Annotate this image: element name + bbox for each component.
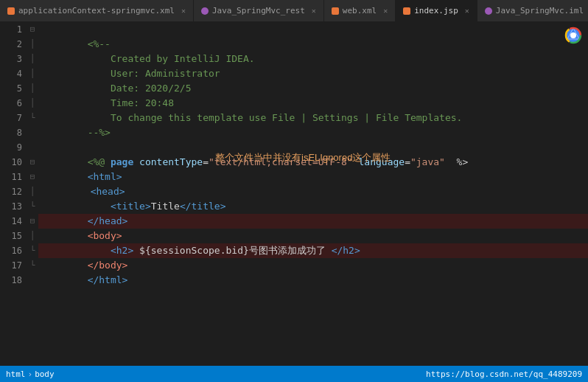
line-num-17: 17	[0, 258, 22, 273]
fold-1[interactable]: ⊟	[27, 22, 38, 37]
fold-4: │	[27, 66, 38, 81]
status-bar: html › body https://blog.csdn.net/qq_448…	[0, 366, 588, 382]
line-num-7: 7	[0, 111, 22, 125]
tab-close-btn[interactable]: ✕	[181, 7, 186, 15]
line-num-11: 11	[0, 170, 22, 184]
tab-javaiml[interactable]: Java_SpringMvc.iml	[477, 0, 588, 21]
line-num-12: 12	[0, 184, 22, 199]
code-line-8	[38, 125, 588, 140]
fold-11[interactable]: ⊟	[27, 170, 38, 184]
status-right: https://blog.csdn.net/qq_4489209	[426, 369, 582, 379]
blog-url: https://blog.csdn.net/qq_4489209	[426, 369, 582, 379]
fold-17: └	[27, 258, 38, 273]
tab-icon-iml	[485, 7, 492, 15]
tab-springmvcrest[interactable]: Java_SpringMvc_rest ✕	[194, 0, 324, 21]
breadcrumb: html › body	[6, 369, 55, 379]
tab-label: web.xml	[343, 6, 377, 15]
line-num-8: 8	[0, 125, 22, 140]
line-num-5: 5	[0, 81, 22, 96]
fold-7: └	[27, 111, 38, 125]
fold-markers: ⊟ │ │ │ │ │ └ ⊟ ⊟ │ └ ⊟ │ └ └	[27, 22, 38, 366]
line-num-1: 1	[0, 22, 22, 37]
tab-icon-xml2	[332, 7, 339, 15]
tab-label: applicationContext-springmvc.xml	[18, 6, 175, 15]
line-num-18: 18	[0, 273, 22, 288]
fold-3: │	[27, 52, 38, 66]
tab-close-btn[interactable]: ✕	[312, 7, 316, 15]
chrome-icon[interactable]	[564, 27, 582, 44]
tab-label: Java_SpringMvc_rest	[212, 6, 305, 15]
fold-13: └	[27, 199, 38, 214]
editor-wrapper: 1 2 3 4 5 6 7 8 9 10 11 12 13 14 15 16 1…	[0, 22, 588, 366]
fold-9	[27, 140, 38, 155]
fold-14[interactable]: ⊟	[27, 214, 38, 229]
tab-bar: applicationContext-springmvc.xml ✕ Java_…	[0, 0, 588, 22]
tab-applicationcontext[interactable]: applicationContext-springmvc.xml ✕	[0, 0, 194, 21]
fold-12: │	[27, 184, 38, 199]
annotation-text: 整个文件当中并没有isELIgnored这个属性	[215, 151, 391, 164]
code-content[interactable]: <%-- Created by IntelliJ IDEA. User: Adm…	[38, 22, 588, 366]
line-num-15: 15	[0, 229, 22, 243]
code-line-2: Created by IntelliJ IDEA.	[38, 37, 588, 52]
line-num-2: 2	[0, 37, 22, 52]
fold-5: │	[27, 81, 38, 96]
fold-10[interactable]: ⊟	[27, 155, 38, 170]
fold-2: │	[27, 37, 38, 52]
editor-area: 1 2 3 4 5 6 7 8 9 10 11 12 13 14 15 16 1…	[0, 22, 588, 366]
tab-webxml[interactable]: web.xml ✕	[324, 0, 396, 21]
breadcrumb-body: body	[35, 369, 55, 379]
tab-indexjsp[interactable]: index.jsp ✕	[396, 0, 477, 21]
fold-16: └	[27, 243, 38, 258]
tab-label: index.jsp	[414, 6, 458, 15]
tab-close-btn[interactable]: ✕	[383, 7, 388, 15]
code-line-1: <%--	[38, 22, 588, 37]
line-num-6: 6	[0, 96, 22, 111]
tab-icon-xml	[7, 7, 15, 15]
breadcrumb-html: html	[6, 369, 26, 379]
breadcrumb-separator: ›	[28, 369, 33, 379]
line-num-4: 4	[0, 66, 22, 81]
tab-close-btn[interactable]: ✕	[465, 7, 469, 15]
line-num-10: 10	[0, 155, 22, 170]
line-num-3: 3	[0, 52, 22, 66]
svg-point-1	[570, 32, 576, 38]
tab-icon-jsp	[403, 7, 410, 15]
line-num-14: 14	[0, 214, 22, 229]
fold-8	[27, 125, 38, 140]
line-num-9: 9	[0, 140, 22, 155]
fold-18	[27, 273, 38, 288]
line-numbers: 1 2 3 4 5 6 7 8 9 10 11 12 13 14 15 16 1…	[0, 22, 27, 366]
line-num-13: 13	[0, 199, 22, 214]
line-num-16: 16	[0, 243, 22, 258]
tab-icon-java	[201, 7, 209, 15]
fold-6: │	[27, 96, 38, 111]
fold-15: │	[27, 229, 38, 243]
tab-label: Java_SpringMvc.iml	[496, 6, 584, 15]
